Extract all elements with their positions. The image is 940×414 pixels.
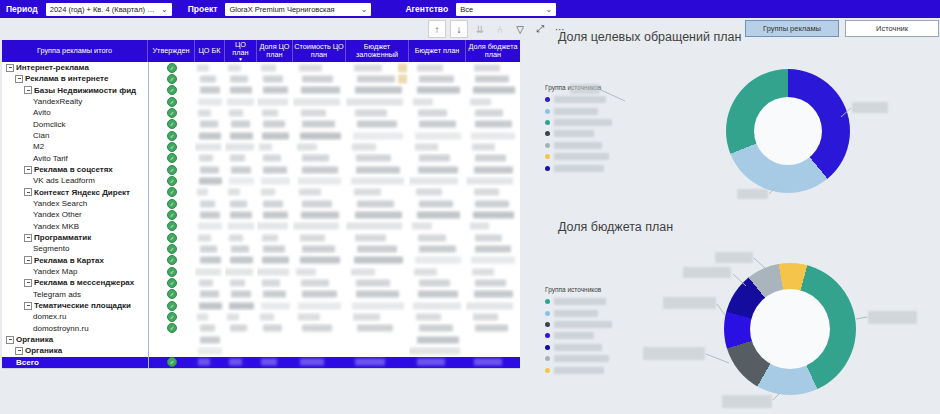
table-row[interactable]: Segmento✓ bbox=[2, 243, 520, 254]
table-row[interactable]: Органика bbox=[2, 345, 520, 356]
table-row[interactable]: Domclick✓ bbox=[2, 119, 520, 130]
table-row[interactable]: Yandex Map✓ bbox=[2, 266, 520, 277]
column-header[interactable]: Стоимость ЦО план bbox=[293, 40, 346, 62]
legend-item[interactable] bbox=[545, 330, 612, 341]
table-row[interactable]: Yandex MKB✓ bbox=[2, 221, 520, 232]
donut-chart-budget-share[interactable] bbox=[724, 263, 856, 395]
drill-down-icon[interactable]: ↓ bbox=[450, 20, 468, 38]
highlighted-value bbox=[398, 63, 407, 72]
legend-item[interactable] bbox=[545, 151, 612, 162]
redacted-value bbox=[299, 64, 322, 71]
table-row[interactable]: Telegram ads✓ bbox=[2, 289, 520, 300]
redacted-value bbox=[475, 234, 503, 241]
column-header[interactable]: Доля бюджета план bbox=[466, 40, 520, 62]
redacted-value bbox=[419, 121, 457, 128]
column-header[interactable]: Группа рекламы итого bbox=[2, 40, 148, 62]
period-dropdown[interactable]: 2024 (год) + Кв. 4 (Квартал) + Октябрь (… bbox=[46, 3, 172, 16]
chart1-legend: Группа источников bbox=[545, 84, 612, 174]
collapse-icon[interactable] bbox=[24, 256, 32, 264]
legend-item[interactable] bbox=[545, 364, 612, 375]
collapse-icon[interactable] bbox=[15, 347, 23, 355]
collapse-icon[interactable] bbox=[24, 166, 32, 174]
table-row[interactable]: Yandex Search✓ bbox=[2, 198, 520, 209]
project-dropdown[interactable]: GloraX Premium Черниговская ⌄ bbox=[225, 3, 371, 16]
table-row[interactable]: Программатик✓ bbox=[2, 232, 520, 243]
filter-icon[interactable]: ▽ bbox=[512, 21, 528, 37]
legend-item[interactable] bbox=[545, 140, 612, 151]
agency-label: Агентство bbox=[405, 4, 448, 14]
collapse-icon[interactable] bbox=[15, 75, 23, 83]
redacted-value bbox=[293, 223, 339, 230]
redacted-value bbox=[195, 143, 221, 150]
table-row[interactable]: Реклама в интернете✓ bbox=[2, 73, 520, 84]
table-row[interactable]: Avito✓ bbox=[2, 107, 520, 118]
table-row[interactable]: Avito Tarif✓ bbox=[2, 153, 520, 164]
table-total-row[interactable]: Всего✓ bbox=[2, 357, 520, 368]
table-row[interactable]: Cian✓ bbox=[2, 130, 520, 141]
column-header[interactable]: Утвержден bbox=[148, 40, 195, 62]
focus-mode-icon[interactable]: ⤢ bbox=[532, 21, 548, 37]
redacted-value bbox=[261, 189, 276, 196]
legend-item[interactable] bbox=[545, 353, 612, 364]
collapse-icon[interactable] bbox=[24, 188, 32, 196]
collapse-icon[interactable] bbox=[6, 64, 14, 72]
legend-item[interactable] bbox=[545, 105, 612, 116]
redacted-value bbox=[302, 291, 337, 298]
collapse-icon[interactable] bbox=[24, 86, 32, 94]
redacted-value bbox=[230, 279, 245, 286]
table-row[interactable]: Yandex Other✓ bbox=[2, 209, 520, 220]
legend-item[interactable] bbox=[545, 94, 612, 105]
view-button[interactable]: Группы рекламы bbox=[745, 20, 839, 37]
table-row[interactable]: YandexRealty✓ bbox=[2, 96, 520, 107]
legend-item[interactable] bbox=[545, 307, 612, 318]
expand-all-icon[interactable]: ⇊ bbox=[472, 21, 488, 37]
table-row[interactable]: domostroynn.ru✓ bbox=[2, 323, 520, 334]
table-row[interactable]: Базы Недвижимости фид✓ bbox=[2, 85, 520, 96]
approved-check-icon: ✓ bbox=[167, 176, 177, 186]
drill-hierarchy-icon[interactable]: ⑃ bbox=[492, 21, 508, 37]
agency-dropdown[interactable]: Все ⌄ bbox=[456, 3, 556, 16]
table-row[interactable]: Контекст Яндекс Директ✓ bbox=[2, 187, 520, 198]
redacted-value bbox=[229, 359, 243, 366]
collapse-icon[interactable] bbox=[24, 279, 32, 287]
column-header[interactable]: ЦО план▼ bbox=[225, 40, 257, 62]
table-row[interactable]: VK ads Leadform✓ bbox=[2, 175, 520, 186]
table-row[interactable]: Органика bbox=[2, 334, 520, 345]
collapse-icon[interactable] bbox=[24, 302, 32, 310]
donut-chart-target-leads[interactable] bbox=[726, 69, 850, 193]
legend-item[interactable] bbox=[545, 342, 612, 353]
table-row[interactable]: Тематические площадки✓ bbox=[2, 300, 520, 311]
redacted-value bbox=[263, 325, 283, 332]
column-header[interactable]: Бюджет план bbox=[409, 40, 466, 62]
redacted-value bbox=[418, 109, 447, 116]
legend-item[interactable] bbox=[545, 162, 612, 173]
data-label-blurred bbox=[715, 252, 753, 263]
column-header[interactable]: Доля ЦО план bbox=[257, 40, 293, 62]
redacted-value bbox=[354, 64, 382, 71]
legend-item[interactable] bbox=[545, 296, 612, 307]
table-row[interactable]: M2✓ bbox=[2, 141, 520, 152]
redacted-value bbox=[263, 75, 283, 82]
legend-item[interactable] bbox=[545, 117, 612, 128]
table-row[interactable]: domex.ru✓ bbox=[2, 311, 520, 322]
column-header[interactable]: Бюджет заложенный bbox=[346, 40, 409, 62]
redacted-value bbox=[300, 132, 341, 139]
table-row[interactable]: Реклама в мессенджерах✓ bbox=[2, 277, 520, 288]
drill-up-icon[interactable]: ↑ bbox=[428, 20, 446, 38]
legend-item[interactable] bbox=[545, 319, 612, 330]
redacted-value bbox=[198, 98, 223, 105]
collapse-icon[interactable] bbox=[6, 336, 14, 344]
column-header[interactable]: ЦО БК bbox=[195, 40, 225, 62]
approved-check-icon: ✓ bbox=[167, 323, 177, 333]
redacted-value bbox=[229, 109, 243, 116]
table-row[interactable]: Реклама в соцсетях✓ bbox=[2, 164, 520, 175]
highlighted-value bbox=[398, 74, 407, 83]
approved-check-icon: ✓ bbox=[167, 85, 177, 95]
table-row[interactable]: Интернет-реклама✓ bbox=[2, 62, 520, 73]
view-button[interactable]: Источник bbox=[845, 20, 939, 37]
legend-item[interactable] bbox=[545, 128, 612, 139]
approved-check-icon: ✓ bbox=[167, 312, 177, 322]
collapse-icon[interactable] bbox=[24, 234, 32, 242]
redacted-value bbox=[413, 98, 434, 105]
table-row[interactable]: Реклама в Картах✓ bbox=[2, 255, 520, 266]
